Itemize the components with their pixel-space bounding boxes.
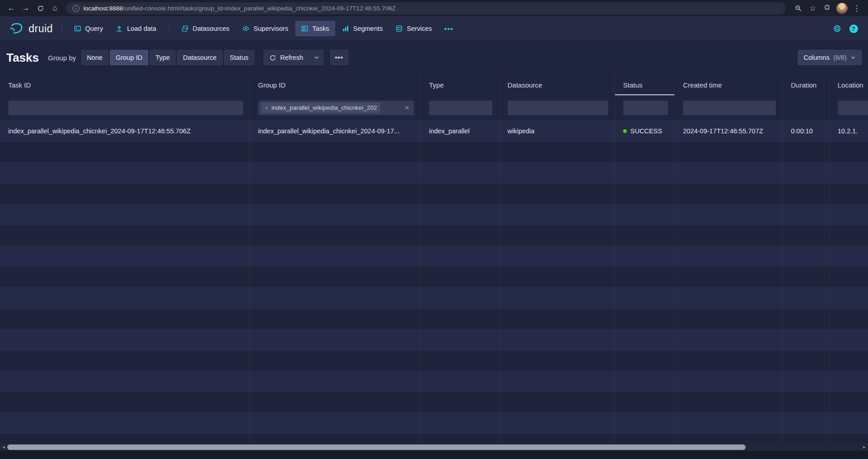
- filter-input-datasource[interactable]: [507, 100, 608, 115]
- filter-input-created-time[interactable]: [683, 100, 776, 115]
- empty-cell: [615, 350, 675, 371]
- cell-task-id[interactable]: index_parallel_wikipedia_chicnkei_2024-0…: [0, 121, 250, 141]
- column-header-type[interactable]: Type: [421, 74, 499, 95]
- empty-cell: [250, 329, 421, 350]
- empty-cell: [829, 413, 868, 433]
- table-row[interactable]: index_parallel_wikipedia_chicnkei_2024-0…: [0, 121, 868, 142]
- column-header-datasource[interactable]: Datasource: [499, 74, 615, 95]
- empty-cell: [250, 308, 421, 329]
- help-button[interactable]: ?: [845, 20, 862, 37]
- filter-input-type[interactable]: [429, 100, 493, 115]
- horizontal-scrollbar[interactable]: ◀ ▶: [0, 444, 868, 451]
- nav-label: Query: [85, 25, 103, 32]
- cell-type[interactable]: index_parallel: [421, 121, 499, 141]
- nav-item-query[interactable]: Query: [68, 21, 109, 36]
- scroll-right-button[interactable]: ▶: [861, 444, 868, 451]
- cell-group-id[interactable]: index_parallel_wikipedia_chicnkei_2024-0…: [250, 121, 421, 141]
- page-title: Tasks: [6, 51, 39, 65]
- empty-cell: [499, 392, 615, 412]
- nav-item-services[interactable]: Services: [390, 21, 438, 36]
- nav-item-tasks[interactable]: Tasks: [295, 21, 335, 36]
- cell-status[interactable]: SUCCESS: [615, 121, 675, 141]
- group-by-none-button[interactable]: None: [81, 50, 109, 65]
- empty-cell: [0, 204, 250, 225]
- forward-button[interactable]: →: [19, 1, 33, 15]
- button-label: None: [87, 54, 103, 61]
- empty-cell: [250, 413, 421, 433]
- zoom-button[interactable]: [791, 1, 805, 15]
- nav-more-button[interactable]: •••: [439, 25, 459, 33]
- column-header-created-time[interactable]: Created time: [675, 74, 783, 95]
- nav-item-datasources[interactable]: Datasources: [176, 21, 235, 36]
- nav-item-segments[interactable]: Segments: [336, 21, 389, 36]
- nav-item-load-data[interactable]: Load data: [110, 21, 162, 36]
- clear-filter-icon[interactable]: ✕: [403, 104, 411, 111]
- empty-cell: [783, 142, 829, 162]
- address-bar[interactable]: i localhost:8888/unified-console.html#ta…: [66, 2, 786, 15]
- empty-cell: [421, 350, 499, 371]
- refresh-interval-button[interactable]: [310, 50, 323, 65]
- cell-duration[interactable]: 0:00:10: [783, 121, 829, 141]
- empty-cell: [0, 308, 250, 329]
- filter-chip[interactable]: = index_parallel_wikipedia_chicnkei_202: [261, 103, 380, 113]
- nav-item-supervisors[interactable]: Supervisors: [236, 21, 294, 36]
- home-button[interactable]: ⌂: [48, 1, 62, 15]
- empty-cell: [615, 308, 675, 329]
- browser-menu-button[interactable]: ⋮: [850, 1, 863, 15]
- columns-button[interactable]: Columns (8/8): [798, 50, 862, 65]
- filter-input-status[interactable]: [623, 100, 668, 115]
- more-actions-button[interactable]: •••: [330, 50, 348, 65]
- bookmark-button[interactable]: ☆: [806, 1, 819, 15]
- refresh-button[interactable]: Refresh: [263, 50, 309, 65]
- cell-created-time[interactable]: 2024-09-17T12:46:55.707Z: [675, 121, 783, 141]
- empty-cell: [250, 288, 421, 308]
- filter-input-group-id[interactable]: = index_parallel_wikipedia_chicnkei_202 …: [258, 100, 414, 115]
- group-by-type-button[interactable]: Type: [150, 50, 176, 65]
- empty-cell: [499, 350, 615, 371]
- empty-cell: [783, 371, 829, 391]
- empty-cell: [615, 413, 675, 433]
- empty-cell: [829, 434, 868, 444]
- group-by-group-id-button[interactable]: Group ID: [110, 50, 148, 65]
- empty-cell: [0, 434, 250, 444]
- cell-datasource[interactable]: wikipedia: [499, 121, 615, 141]
- empty-cell: [783, 329, 829, 350]
- empty-cell: [829, 142, 868, 162]
- empty-cell: [615, 288, 675, 308]
- empty-cell: [250, 371, 421, 391]
- empty-cell: [829, 308, 868, 329]
- table-row-empty: [0, 183, 868, 204]
- column-header-status[interactable]: Status: [615, 74, 675, 95]
- empty-cell: [675, 308, 783, 329]
- logo-text: druid: [29, 23, 53, 35]
- empty-cell: [250, 350, 421, 371]
- column-header-duration[interactable]: Duration: [783, 74, 829, 95]
- extensions-button[interactable]: [820, 1, 834, 15]
- reload-button[interactable]: [34, 1, 47, 15]
- column-header-task-id[interactable]: Task ID: [0, 74, 250, 95]
- empty-cell: [499, 142, 615, 162]
- column-header-group-id[interactable]: Group ID: [250, 74, 421, 95]
- site-info-icon[interactable]: i: [73, 5, 79, 12]
- scroll-left-button[interactable]: ◀: [0, 444, 7, 451]
- back-button[interactable]: ←: [5, 1, 18, 15]
- druid-logo[interactable]: druid: [6, 22, 56, 35]
- cell-location[interactable]: 10.2.1.: [829, 121, 868, 141]
- group-by-datasource-button[interactable]: Datasource: [177, 50, 222, 65]
- empty-cell: [675, 329, 783, 350]
- settings-button[interactable]: [829, 20, 845, 37]
- scrollbar-thumb[interactable]: [7, 444, 746, 450]
- services-icon: [395, 25, 403, 32]
- scrollbar-track[interactable]: [7, 444, 861, 451]
- empty-cell: [421, 225, 499, 245]
- table-row-empty: [0, 308, 868, 329]
- empty-cell: [421, 371, 499, 391]
- filter-input-task-id[interactable]: [8, 100, 243, 115]
- profile-avatar[interactable]: [836, 3, 848, 14]
- table-filter-row: = index_parallel_wikipedia_chicnkei_202 …: [0, 95, 868, 121]
- column-header-location[interactable]: Location: [829, 74, 868, 95]
- filter-input-location[interactable]: [838, 100, 868, 115]
- empty-cell: [0, 288, 250, 308]
- empty-cell: [615, 267, 675, 287]
- group-by-status-button[interactable]: Status: [224, 50, 254, 65]
